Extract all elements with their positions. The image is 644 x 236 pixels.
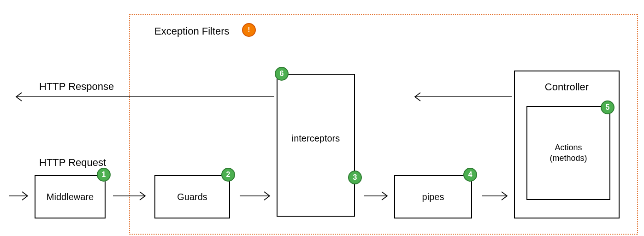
arrow-controller-response <box>415 93 512 101</box>
arrow-in-middleware <box>9 192 28 200</box>
arrows-layer <box>0 0 644 236</box>
arrow-response-out <box>16 93 274 101</box>
arrow-interceptors-pipes <box>364 192 387 200</box>
diagram-canvas: Exception Filters ! HTTP Response HTTP R… <box>0 0 644 236</box>
arrow-mw-guards <box>113 192 145 200</box>
arrow-pipes-controller <box>482 192 507 200</box>
arrow-guards-interceptors <box>240 192 270 200</box>
